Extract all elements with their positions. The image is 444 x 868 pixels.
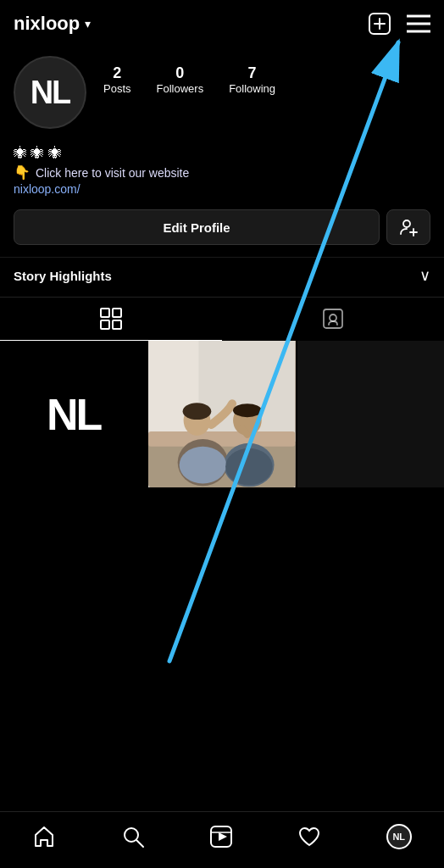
highlights-chevron-icon: ∨ [419,266,430,285]
edit-profile-button[interactable]: Edit Profile [14,209,380,245]
followers-count: 0 [175,64,184,82]
posts-grid: NL [0,341,444,487]
bottom-nav: NL [0,811,444,868]
svg-point-26 [225,448,272,486]
svg-point-21 [183,403,212,420]
followers-label: Followers [157,82,204,95]
svg-rect-9 [101,309,109,317]
stats-row: 2 Posts 0 Followers 7 Following [103,64,275,95]
post-nl-text: NL [47,389,100,440]
username-label: nixloop [14,13,80,35]
header: nixloop ▾ [0,0,444,47]
username-chevron-icon[interactable]: ▾ [85,17,91,31]
nav-avatar: NL [386,824,412,849]
nav-home[interactable] [24,821,64,852]
couple-image [148,341,295,487]
posts-label: Posts [103,82,131,95]
svg-point-24 [233,403,262,417]
action-buttons: Edit Profile [0,206,444,257]
bio-section: 🕷 🕷 🕷 👇 Click here to visit our website … [0,142,444,206]
svg-point-25 [180,447,226,484]
svg-rect-11 [101,320,109,329]
bio-cta-emoji: 👇 [14,164,31,181]
highlights-label: Story Highlights [14,269,112,283]
following-label: Following [229,82,275,95]
svg-rect-12 [113,320,121,329]
svg-rect-13 [324,309,342,328]
nav-reels[interactable] [201,821,241,852]
header-left: nixloop ▾ [14,13,91,35]
svg-rect-18 [148,431,295,447]
svg-line-30 [136,840,143,847]
post-item-empty [297,341,444,487]
post-item-couple[interactable] [148,341,295,487]
bio-cta: 👇 Click here to visit our website [14,164,430,181]
posts-count: 2 [113,64,121,82]
svg-point-6 [403,220,410,227]
nav-heart[interactable] [289,821,330,852]
svg-marker-32 [219,832,227,841]
bio-cta-text: Click here to visit our website [36,166,189,180]
hamburger-menu-button[interactable] [407,14,430,33]
tab-grid[interactable] [0,298,222,341]
nav-profile[interactable]: NL [378,821,420,853]
tab-tagged[interactable] [222,298,444,341]
nav-search[interactable] [113,821,153,852]
bio-url[interactable]: nixloop.com/ [14,182,430,196]
svg-rect-10 [113,309,121,317]
avatar-initials: NL [31,75,70,111]
profile-section: NL 2 Posts 0 Followers 7 Following [0,47,444,142]
post-tabs [0,297,444,341]
avatar[interactable]: NL [14,56,86,129]
following-stat[interactable]: 7 Following [229,64,275,95]
svg-point-14 [330,314,336,321]
header-icons [368,12,430,36]
highlights-row[interactable]: Story Highlights ∨ [0,257,444,293]
followers-stat[interactable]: 0 Followers [157,64,204,95]
posts-stat[interactable]: 2 Posts [103,64,131,95]
bio-emoji: 🕷 🕷 🕷 [14,146,430,161]
add-post-button[interactable] [368,12,391,36]
post-item-nl[interactable]: NL [0,341,147,487]
following-count: 7 [248,64,257,82]
add-person-button[interactable] [386,209,430,245]
